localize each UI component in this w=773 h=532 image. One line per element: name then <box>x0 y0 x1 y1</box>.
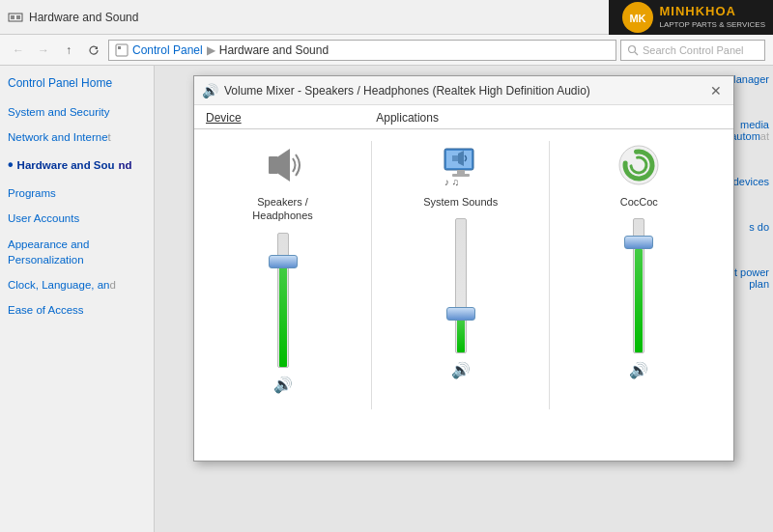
svg-point-8 <box>629 45 636 52</box>
sidebar-item-users[interactable]: User Accounts <box>8 210 146 227</box>
logo-text: MINHKHOA LAPTOP PARTS & SERVICES <box>659 4 765 30</box>
sidebar-item-appearance[interactable]: Appearance and Personalization <box>8 236 146 268</box>
up-button[interactable]: ↑ <box>58 40 79 61</box>
search-placeholder: Search Control Panel <box>643 44 744 56</box>
sidebar-item-hardware[interactable]: Hardware and Sound <box>8 154 146 177</box>
dialog-speaker-icon: 🔊 <box>202 83 218 98</box>
nav-bar: ← → ↑ Control Panel ▶ Hardware and Sound… <box>0 35 773 66</box>
window-title: Hardware and Sound <box>29 11 138 24</box>
channels-container: Speakers /Headphones <box>194 129 733 419</box>
svg-text:♪ ♫: ♪ ♫ <box>444 177 459 187</box>
svg-rect-2 <box>16 15 20 19</box>
sidebar-item-clock[interactable]: Clock, Language, and <box>8 276 146 294</box>
system-sounds-fader[interactable] <box>437 218 485 353</box>
applications-header: Applications <box>376 111 722 128</box>
channel-system-sounds: ♪ ♫ System Sounds <box>372 141 550 409</box>
coccoc-icon <box>615 141 663 189</box>
dialog-close-button[interactable]: ✕ <box>706 81 726 100</box>
content-area: Manager media automat io devices s do di… <box>155 66 773 532</box>
device-header: Device <box>206 111 376 128</box>
search-icon <box>627 44 639 56</box>
svg-rect-16 <box>457 170 465 174</box>
refresh-button[interactable] <box>83 40 104 61</box>
speakers-volume-icon[interactable]: 🔊 <box>273 376 293 394</box>
hardware-icon <box>8 10 23 25</box>
svg-marker-11 <box>278 149 290 182</box>
forward-button[interactable]: → <box>33 40 54 61</box>
coccoc-label: CocCoc <box>620 195 658 209</box>
dialog-title-text: Volume Mixer - Speakers / Headphones (Re… <box>224 84 701 98</box>
coccoc-fader[interactable] <box>615 218 663 353</box>
speakers-fader[interactable] <box>259 233 307 368</box>
dialog-body: Device Applications <box>194 105 733 419</box>
system-sounds-volume-icon[interactable]: 🔊 <box>451 361 471 379</box>
dialog-overlay: 🔊 Volume Mixer - Speakers / Headphones (… <box>155 66 773 532</box>
system-sounds-icon: ♪ ♫ <box>437 141 485 189</box>
volume-mixer-dialog: 🔊 Volume Mixer - Speakers / Headphones (… <box>193 75 734 462</box>
logo-area: MK MINHKHOA LAPTOP PARTS & SERVICES <box>609 0 773 35</box>
speakers-label: Speakers /Headphones <box>252 195 312 223</box>
breadcrumb-separator: ▶ <box>207 43 215 57</box>
channel-coccoc: CocCoc 🔊 <box>550 141 728 409</box>
sidebar: Control Panel Home System and Security N… <box>0 66 155 532</box>
svg-text:MK: MK <box>630 13 646 24</box>
logo-icon: MK <box>622 2 653 33</box>
system-sounds-label: System Sounds <box>423 195 498 209</box>
svg-rect-7 <box>118 46 121 49</box>
channel-speakers: Speakers /Headphones <box>194 141 372 409</box>
address-icon <box>115 43 129 57</box>
svg-line-9 <box>635 52 638 55</box>
sidebar-home[interactable]: Control Panel Home <box>8 75 146 92</box>
breadcrumb-controlpanel: Control Panel <box>132 43 203 57</box>
sidebar-item-network[interactable]: Network and Internet <box>8 128 146 146</box>
search-box[interactable]: Search Control Panel <box>620 40 765 61</box>
svg-marker-14 <box>452 155 458 161</box>
title-bar: Hardware and Sound MK MINHKHOA LAPTOP PA… <box>0 0 773 35</box>
svg-rect-1 <box>11 15 14 19</box>
sidebar-item-programs[interactable]: Programs <box>8 184 146 202</box>
speakers-icon <box>259 141 307 189</box>
sidebar-item-ease[interactable]: Ease of Access <box>8 301 146 319</box>
address-bar[interactable]: Control Panel ▶ Hardware and Sound <box>108 40 616 61</box>
section-headers: Device Applications <box>194 105 733 129</box>
dialog-title-bar: 🔊 Volume Mixer - Speakers / Headphones (… <box>194 76 733 105</box>
main-layout: Control Panel Home System and Security N… <box>0 66 773 532</box>
breadcrumb-current: Hardware and Sound <box>219 43 329 57</box>
coccoc-volume-icon[interactable]: 🔊 <box>629 361 648 379</box>
back-button[interactable]: ← <box>8 40 29 61</box>
svg-rect-10 <box>269 156 278 174</box>
svg-rect-6 <box>116 44 128 56</box>
sidebar-item-system[interactable]: System and Security <box>8 103 146 121</box>
